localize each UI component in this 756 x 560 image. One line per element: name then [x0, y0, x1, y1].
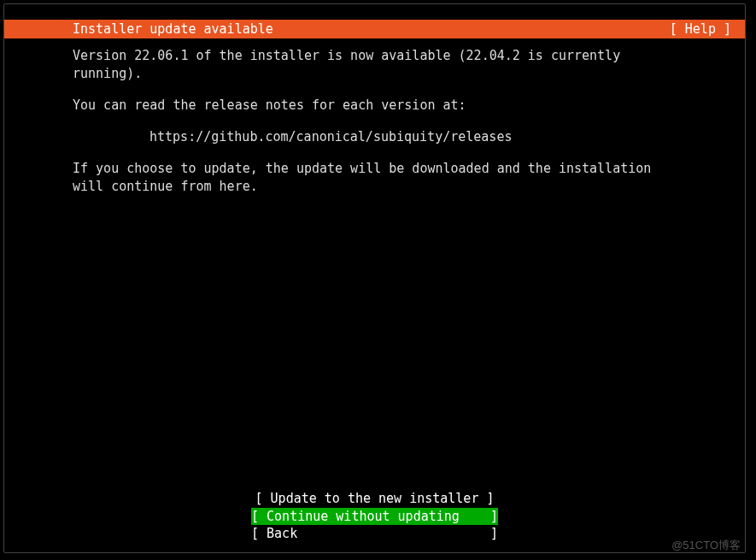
back-button[interactable]: [ Back ] [251, 525, 498, 542]
update-info-text: If you choose to update, the update will… [73, 160, 711, 196]
release-notes-text: You can read the release notes for each … [73, 97, 711, 115]
title-bar: Installer update available [ Help ] [4, 20, 745, 38]
continue-without-updating-button[interactable]: [ Continue without updating ] [251, 508, 498, 525]
content-area: Version 22.06.1 of the installer is now … [73, 47, 711, 209]
update-installer-button[interactable]: [ Update to the new installer ] [255, 490, 495, 507]
version-info-text: Version 22.06.1 of the installer is now … [73, 47, 711, 83]
release-notes-url: https://github.com/canonical/subiquity/r… [73, 128, 711, 146]
watermark-text: @51CTO博客 [671, 538, 741, 553]
help-button[interactable]: [ Help ] [670, 21, 731, 37]
button-group: [ Update to the new installer ] [ Contin… [4, 490, 745, 542]
page-title: Installer update available [73, 21, 273, 37]
